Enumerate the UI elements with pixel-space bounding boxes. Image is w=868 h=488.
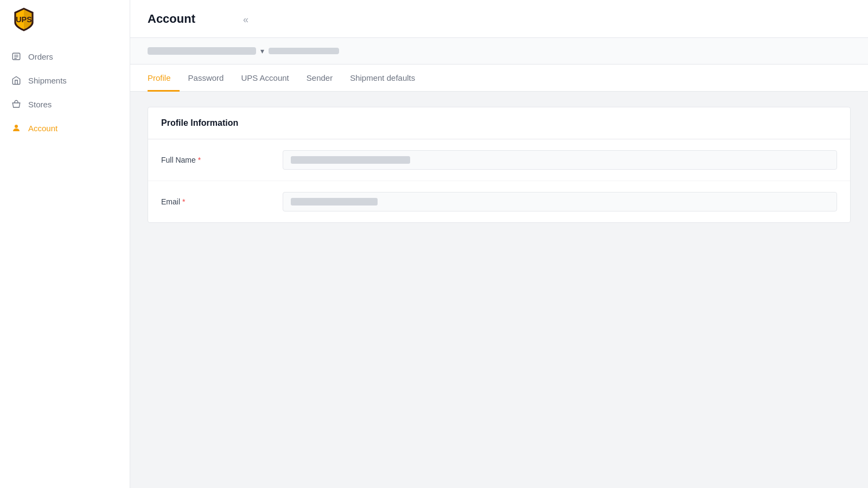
chevron-down-icon: ▾ xyxy=(260,47,264,55)
sidebar-item-orders-label: Orders xyxy=(28,52,53,61)
full-name-input[interactable] xyxy=(283,150,837,170)
profile-section: Profile Information Full Name * xyxy=(130,92,868,238)
sidebar-item-account-label: Account xyxy=(28,124,58,133)
main-content: « Account ▾ Profile Password UPS Account… xyxy=(130,0,868,488)
email-input[interactable] xyxy=(283,192,837,211)
sidebar-item-stores-label: Stores xyxy=(28,100,52,109)
tabs-bar: Profile Password UPS Account Sender Ship… xyxy=(130,65,868,92)
required-star-name: * xyxy=(198,156,201,164)
account-selector-bar: ▾ xyxy=(130,38,868,65)
sidebar-logo: UPS xyxy=(0,0,130,38)
sidebar-item-shipments[interactable]: Shipments xyxy=(0,68,130,92)
section-card: Profile Information Full Name * xyxy=(148,107,851,223)
sidebar-collapse-button[interactable]: « xyxy=(239,12,253,28)
tab-sender[interactable]: Sender xyxy=(298,65,341,92)
tab-ups-account[interactable]: UPS Account xyxy=(232,65,297,92)
tab-password[interactable]: Password xyxy=(180,65,233,92)
account-icon xyxy=(11,123,22,133)
required-star-email: * xyxy=(182,197,185,206)
svg-point-5 xyxy=(15,125,18,128)
shipments-icon xyxy=(11,75,22,86)
page-title: Account xyxy=(148,12,195,26)
section-header: Profile Information xyxy=(148,107,850,139)
account-selector[interactable]: ▾ xyxy=(148,47,339,55)
email-value-blurred xyxy=(291,198,378,206)
top-bar: « Account xyxy=(130,0,868,38)
sidebar-item-orders[interactable]: Orders xyxy=(0,44,130,68)
tab-profile[interactable]: Profile xyxy=(148,65,180,92)
sidebar-item-shipments-label: Shipments xyxy=(28,76,67,85)
svg-text:UPS: UPS xyxy=(16,15,32,24)
sidebar-item-stores[interactable]: Stores xyxy=(0,92,130,116)
section-title: Profile Information xyxy=(161,118,837,128)
stores-icon xyxy=(11,99,22,110)
email-input-container xyxy=(283,192,837,211)
email-label: Email * xyxy=(161,197,270,206)
full-name-label: Full Name * xyxy=(161,156,270,164)
content-area: ▾ Profile Password UPS Account Sender Sh… xyxy=(130,38,868,488)
orders-icon xyxy=(11,51,22,62)
sidebar-item-account[interactable]: Account xyxy=(0,116,130,140)
account-sub-blurred xyxy=(269,48,339,54)
ups-logo-icon: UPS xyxy=(11,6,37,32)
form-row-email: Email * xyxy=(148,181,850,222)
form-row-full-name: Full Name * xyxy=(148,139,850,181)
full-name-input-container xyxy=(283,150,837,170)
sidebar-navigation: Orders Shipments Stores xyxy=(0,38,130,488)
sidebar: UPS Orders Shipments xyxy=(0,0,130,488)
tab-shipment-defaults[interactable]: Shipment defaults xyxy=(341,65,424,92)
full-name-value-blurred xyxy=(291,156,410,164)
account-name-blurred xyxy=(148,47,256,55)
